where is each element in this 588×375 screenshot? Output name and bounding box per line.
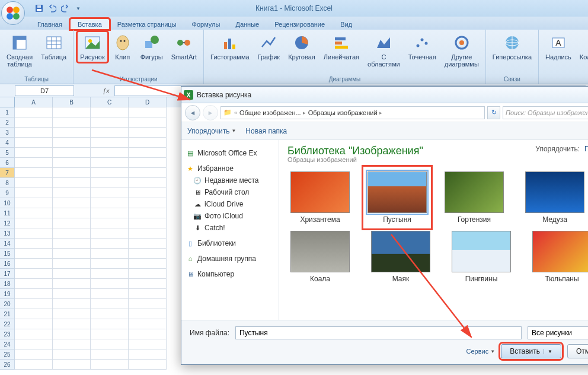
cell[interactable] [129, 158, 167, 168]
crumb-segment[interactable]: Общие изображен...▸ [239, 109, 306, 116]
fx-icon[interactable]: ƒx [103, 87, 110, 94]
save-icon[interactable] [33, 2, 45, 14]
ribbon-other-button[interactable]: Другиедиаграммы [442, 31, 482, 69]
cell[interactable] [91, 259, 129, 269]
row-header[interactable]: 13 [0, 228, 15, 239]
thumbnail-item[interactable]: Пустыня [365, 168, 430, 227]
cell[interactable] [53, 208, 91, 218]
cell[interactable] [91, 178, 129, 188]
ribbon-line-button[interactable]: График [255, 31, 283, 62]
cell[interactable] [129, 319, 167, 329]
row-header[interactable]: 17 [0, 269, 15, 279]
cell[interactable] [91, 188, 129, 198]
column-header[interactable]: D [129, 97, 167, 107]
thumbnail-item[interactable]: Хризантема [287, 171, 353, 224]
cell[interactable] [129, 208, 167, 218]
cell[interactable] [53, 198, 91, 208]
cell[interactable] [129, 218, 167, 228]
cell[interactable] [15, 218, 53, 228]
cell[interactable] [91, 299, 129, 309]
cell[interactable] [129, 107, 167, 117]
cell[interactable] [91, 138, 129, 148]
ribbon-picture-button[interactable]: Рисунок [77, 31, 108, 62]
ribbon-column-button[interactable]: Гистограмма [207, 31, 253, 62]
refresh-button[interactable]: ↻ [487, 106, 500, 119]
cell[interactable] [15, 239, 53, 249]
row-header[interactable]: 5 [0, 148, 15, 158]
filetype-dropdown[interactable]: Все рисунки▼ [528, 326, 588, 339]
undo-icon[interactable] [46, 2, 58, 14]
cell[interactable] [129, 269, 167, 279]
filename-input[interactable]: Пустыня [235, 326, 522, 339]
thumbnail-item[interactable]: Тюльпаны [529, 231, 588, 283]
breadcrumb[interactable]: 📁 « Общие изображен...▸ Образцы изображе… [220, 106, 485, 119]
cell[interactable] [91, 269, 129, 279]
cell[interactable] [91, 107, 129, 117]
ribbon-table-button[interactable]: Таблица [38, 31, 69, 62]
cell[interactable] [53, 299, 91, 309]
cell[interactable] [129, 309, 167, 319]
cell[interactable] [53, 117, 91, 128]
cell[interactable] [91, 128, 129, 138]
ribbon-shapes-button[interactable]: Фигуры [138, 31, 166, 62]
ribbon-pie-button[interactable]: Круговая [285, 31, 318, 62]
row-header[interactable]: 3 [0, 128, 15, 138]
row-header[interactable]: 7 [0, 168, 15, 178]
cell[interactable] [129, 148, 167, 158]
tab-data[interactable]: Данные [228, 18, 267, 30]
cell[interactable] [91, 319, 129, 329]
cell[interactable] [15, 319, 53, 329]
thumbnail-item[interactable]: Гортензия [442, 171, 507, 224]
ribbon-textbox-button[interactable]: AНадпись [542, 31, 574, 62]
cell[interactable] [53, 279, 91, 289]
cell[interactable] [129, 289, 167, 299]
cell[interactable] [53, 228, 91, 239]
nav-fav-item[interactable]: 🕘Недавние места [184, 174, 276, 186]
cell[interactable] [91, 289, 129, 299]
row-header[interactable]: 25 [0, 349, 15, 360]
cell[interactable] [15, 178, 53, 188]
organize-menu[interactable]: Упорядочить ▼ [187, 127, 236, 135]
cell[interactable] [53, 249, 91, 259]
forward-button[interactable]: ► [203, 105, 218, 120]
ribbon-area-button[interactable]: Собластями [365, 31, 403, 69]
cell[interactable] [53, 178, 91, 188]
tab-insert[interactable]: Вставка [70, 18, 110, 30]
cell[interactable] [53, 128, 91, 138]
cell[interactable] [91, 239, 129, 249]
cell[interactable] [53, 349, 91, 360]
row-header[interactable]: 12 [0, 218, 15, 228]
row-header[interactable]: 1 [0, 107, 15, 117]
cell[interactable] [15, 349, 53, 360]
row-header[interactable]: 21 [0, 309, 15, 319]
redo-icon[interactable] [59, 2, 71, 14]
cell[interactable] [91, 198, 129, 208]
cell[interactable] [91, 158, 129, 168]
service-menu[interactable]: Сервис ▼ [466, 348, 496, 355]
cell[interactable] [129, 117, 167, 128]
cell[interactable] [53, 188, 91, 198]
cell[interactable] [129, 138, 167, 148]
tab-formulas[interactable]: Формулы [184, 18, 228, 30]
cell[interactable] [129, 198, 167, 208]
nav-homegroup[interactable]: ⌂Домашняя группа [184, 253, 276, 265]
cell[interactable] [129, 349, 167, 360]
cell[interactable] [15, 228, 53, 239]
row-header[interactable]: 16 [0, 259, 15, 269]
cell[interactable] [53, 269, 91, 279]
cell[interactable] [15, 309, 53, 319]
cell[interactable] [15, 329, 53, 339]
ribbon-clip-button[interactable]: Клип [110, 31, 135, 62]
ribbon-bar-button[interactable]: Линейчатая [321, 31, 362, 62]
cell[interactable] [15, 259, 53, 269]
cell[interactable] [15, 138, 53, 148]
tab-home[interactable]: Главная [30, 18, 70, 30]
cell[interactable] [15, 117, 53, 128]
nav-favorites-head[interactable]: ★Избранное [184, 163, 276, 174]
ribbon-scatter-button[interactable]: Точечная [405, 31, 439, 62]
cell[interactable] [91, 279, 129, 289]
cell[interactable] [91, 117, 129, 128]
cell[interactable] [15, 299, 53, 309]
cell[interactable] [15, 279, 53, 289]
row-header[interactable]: 19 [0, 289, 15, 299]
